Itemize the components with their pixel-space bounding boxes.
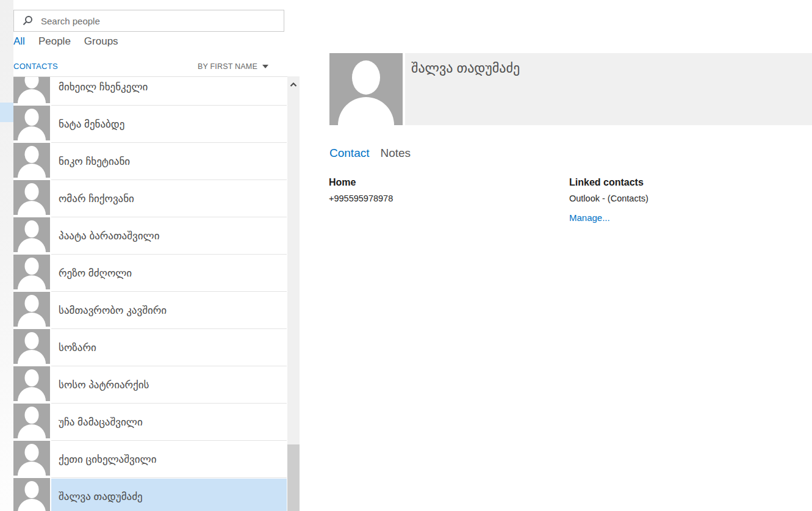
scroll-up-icon[interactable] bbox=[290, 82, 297, 87]
tab-notes[interactable]: Notes bbox=[380, 147, 411, 160]
search-input[interactable] bbox=[41, 16, 284, 26]
linked-contacts-section: Linked contacts Outlook - (Contacts) Man… bbox=[569, 176, 795, 223]
contact-name: პაატა ბარათაშვილი bbox=[13, 217, 287, 255]
contact-name: ნიკო ჩხეტიანი bbox=[13, 143, 287, 180]
contacts-scrollbar[interactable] bbox=[287, 76, 300, 511]
contact-list-item[interactable]: სამთავრობო კავშირი bbox=[13, 292, 287, 329]
contact-list-item[interactable]: სოზარი bbox=[13, 329, 287, 366]
contacts-list-header: CONTACTS BY FIRST NAME bbox=[13, 62, 287, 71]
contact-list-item[interactable]: ნატა მენაბდე bbox=[13, 106, 287, 143]
contact-name: სამთავრობო კავშირი bbox=[13, 292, 287, 329]
contact-list-item[interactable]: ქეთი ციხელაშვილი bbox=[13, 441, 287, 478]
nav-selected-fragment[interactable] bbox=[0, 103, 13, 122]
contacts-list[interactable]: მიხეილ ჩხენკელი ნატა მენაბდე ნიკო ჩხეტია… bbox=[13, 77, 287, 511]
contact-name: უჩა მამაცაშვილი bbox=[13, 404, 287, 441]
people-app: All People Groups CONTACTS BY FIRST NAME… bbox=[0, 0, 812, 511]
filter-tabs: All People Groups bbox=[13, 35, 118, 48]
contact-name: ნატა მენაბდე bbox=[13, 106, 287, 143]
contact-name: სოზარი bbox=[13, 329, 287, 366]
manage-link[interactable]: Manage... bbox=[569, 212, 610, 223]
scrollbar-thumb[interactable] bbox=[287, 444, 300, 511]
nav-gutter bbox=[0, 0, 13, 511]
contact-detail-tabs: Contact Notes bbox=[329, 147, 411, 160]
contact-list-item[interactable]: სოსო პატრიარქის bbox=[13, 366, 287, 404]
contacts-title: CONTACTS bbox=[13, 62, 58, 71]
tab-all[interactable]: All bbox=[13, 35, 25, 48]
contact-list-item[interactable]: მიხეილ ჩხენკელი bbox=[13, 77, 287, 106]
contact-name: შალვა თადუმაძე bbox=[13, 478, 287, 511]
contact-name: სოსო პატრიარქის bbox=[13, 366, 287, 404]
contact-name: რეზო მძღოლი bbox=[13, 255, 287, 292]
contact-list-item[interactable]: შალვა თადუმაძე bbox=[13, 478, 287, 511]
person-icon bbox=[329, 53, 403, 125]
contact-name: ქეთი ციხელაშვილი bbox=[13, 441, 287, 478]
contact-list-item[interactable]: ომარ ჩიქოვანი bbox=[13, 180, 287, 217]
contact-detail-name: შალვა თადუმაძე bbox=[411, 60, 520, 76]
tab-groups[interactable]: Groups bbox=[84, 35, 118, 48]
contact-name: მიხეილ ჩხენკელი bbox=[13, 77, 287, 106]
linked-contacts-source: Outlook - (Contacts) bbox=[569, 193, 795, 204]
contact-list-item[interactable]: ნიკო ჩხეტიანი bbox=[13, 143, 287, 180]
contact-name: ომარ ჩიქოვანი bbox=[13, 180, 287, 217]
sort-by-label: BY FIRST NAME bbox=[198, 62, 257, 71]
contact-header-band: შალვა თადუმაძე bbox=[405, 53, 812, 125]
home-phone: +995595978978 bbox=[329, 193, 555, 204]
contact-list-item[interactable]: უჩა მამაცაშვილი bbox=[13, 404, 287, 441]
home-heading: Home bbox=[329, 176, 555, 189]
sort-by-dropdown[interactable]: BY FIRST NAME bbox=[198, 62, 268, 71]
contact-list-item[interactable]: პაატა ბარათაშვილი bbox=[13, 217, 287, 255]
tab-contact[interactable]: Contact bbox=[329, 147, 369, 160]
search-box[interactable] bbox=[13, 10, 284, 32]
contact-rows: მიხეილ ჩხენკელი ნატა მენაბდე ნიკო ჩხეტია… bbox=[13, 77, 287, 511]
home-section: Home +995595978978 bbox=[329, 176, 555, 204]
contact-list-item[interactable]: რეზო მძღოლი bbox=[13, 255, 287, 292]
tab-people[interactable]: People bbox=[38, 35, 71, 48]
chevron-down-icon bbox=[262, 65, 268, 68]
contact-detail-avatar bbox=[329, 53, 403, 125]
search-icon bbox=[22, 15, 33, 26]
linked-contacts-heading: Linked contacts bbox=[569, 176, 795, 189]
